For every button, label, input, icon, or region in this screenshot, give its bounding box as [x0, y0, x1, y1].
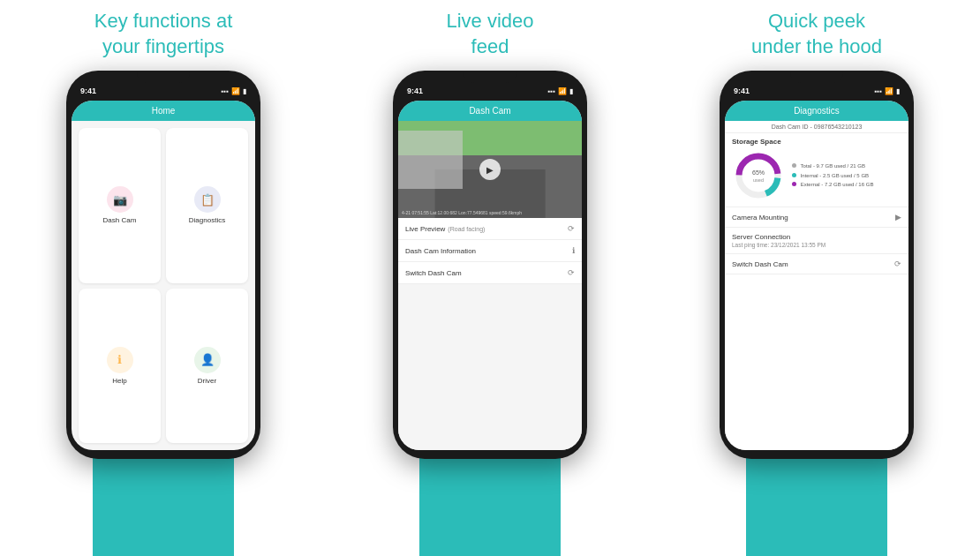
phone3-top-bar: 9:41 ▪▪▪ 📶 ▮ [725, 81, 908, 101]
legend-dot-total [792, 163, 796, 168]
phone2-header: Dash Cam [398, 101, 582, 121]
battery-icon-3: ▮ [896, 87, 900, 95]
wall [398, 131, 463, 189]
switch-dashcam-icon: ⟳ [894, 259, 901, 268]
help-icon: ℹ [117, 353, 122, 366]
server-connection-row: Server Connection Last ping time: 23/12/… [725, 228, 908, 254]
dashcam-menu: Live Preview (Road facing) ⟳ Dash Cam In… [398, 218, 582, 450]
phone1-time: 9:41 [80, 86, 96, 95]
phone3-icons: ▪▪▪ 📶 ▮ [874, 87, 900, 95]
col3-line2: under the hood [751, 35, 882, 57]
camera-mounting-row[interactable]: Camera Mounting ▶ [725, 207, 908, 228]
column-diagnostics: Quick peek under the hood 9:41 ▪▪▪ 📶 ▮ D… [653, 0, 980, 556]
menu-item-dashcam-info[interactable]: Dash Cam Information ℹ [398, 240, 582, 262]
phone2-icons: ▪▪▪ 📶 ▮ [547, 87, 573, 95]
video-preview[interactable]: ▶ 4-21 07:51:55 Lat:12.00:682 Lon:77.549… [398, 121, 582, 218]
live-preview-icon: ⟳ [568, 224, 575, 233]
legend-internal-text: Internal - 2.5 GB used / 5 GB [801, 173, 869, 178]
phone1-icons: ▪▪▪ 📶 ▮ [221, 87, 246, 95]
home-grid: 📷 Dash Cam 📋 Diagnostics ℹ [72, 121, 255, 450]
col1-line1: Key functions at [94, 10, 233, 32]
svg-text:used: used [753, 177, 764, 183]
diagnostics-icon: 📋 [200, 193, 215, 207]
phone3-time: 9:41 [734, 86, 750, 95]
dashcam-info-icon: ℹ [572, 246, 575, 255]
diag-screen: Dash Cam ID - 09876543210123 Storage Spa… [725, 121, 908, 450]
switch-dashcam-row[interactable]: Switch Dash Cam ⟳ [725, 254, 908, 274]
tile-help[interactable]: ℹ Help [79, 289, 161, 444]
wifi-icon: 📶 [231, 87, 240, 95]
wifi-icon-2: 📶 [558, 87, 567, 95]
tile-dashcam-label: Dash Cam [103, 216, 137, 224]
server-title: Server Connection [732, 233, 825, 241]
column-video: Live video feed 9:41 ▪▪▪ 📶 ▮ Dash Cam [327, 0, 653, 556]
column-functions: Key functions at your fingertips 9:41 ▪▪… [0, 0, 327, 556]
legend-external: External - 7.2 GB used / 16 GB [792, 180, 873, 190]
tile-driver[interactable]: 👤 Driver [166, 289, 248, 444]
legend-internal: Internal - 2.5 GB used / 5 GB [792, 171, 873, 181]
wifi-icon-3: 📶 [885, 87, 893, 95]
phone-3: 9:41 ▪▪▪ 📶 ▮ Diagnostics Dash Cam ID - 0… [720, 71, 914, 459]
switch-dashcam-title: Switch Dash Cam [732, 260, 788, 268]
tile-diagnostics[interactable]: 📋 Diagnostics [166, 128, 248, 283]
phone1-screen: Home 📷 Dash Cam 📋 Diagnostics [72, 101, 255, 450]
switch-icon: ⟳ [568, 268, 575, 277]
diagnostics-icon-bg: 📋 [194, 186, 221, 213]
phone-2: 9:41 ▪▪▪ 📶 ▮ Dash Cam [393, 71, 587, 459]
col3-title: Quick peek under the hood [751, 0, 882, 62]
phone2-screen: Dash Cam [398, 101, 582, 450]
dashcam-screen: ▶ 4-21 07:51:55 Lat:12.00:682 Lon:77.549… [398, 121, 582, 450]
battery-icon-2: ▮ [569, 87, 573, 95]
dashcam-icon-bg: 📷 [107, 186, 133, 213]
legend-dot-external [792, 182, 796, 186]
dashcam-info-label: Dash Cam Information [405, 247, 476, 255]
server-info: Server Connection Last ping time: 23/12/… [732, 233, 825, 248]
dashcam-id: Dash Cam ID - 09876543210123 [725, 121, 908, 133]
help-icon-bg: ℹ [107, 347, 133, 373]
phone3-notch [790, 71, 843, 83]
live-preview-label: Live Preview [405, 225, 445, 233]
signal-icon: ▪▪▪ [221, 87, 229, 95]
camera-mounting-icon: ▶ [895, 213, 901, 222]
storage-legend: Total - 9.7 GB used / 21 GB Internal - 2… [792, 162, 873, 190]
phone1-top-bar: 9:41 ▪▪▪ 📶 ▮ [72, 81, 255, 101]
driver-icon: 👤 [200, 353, 215, 366]
phone-1: 9:41 ▪▪▪ 📶 ▮ Home 📷 Dash Cam [66, 71, 260, 459]
col2-title: Live video feed [446, 0, 533, 62]
legend-total-text: Total - 9.7 GB used / 21 GB [801, 163, 865, 169]
driver-icon-bg: 👤 [194, 347, 221, 373]
video-overlay-text: 4-21 07:51:55 Lat:12.00:682 Lon:77.54968… [402, 210, 522, 215]
tile-driver-label: Driver [198, 377, 216, 385]
phone3-header: Diagnostics [725, 101, 908, 121]
storage-area: 65% used Total - 9.7 GB used / 21 GB [732, 149, 901, 202]
live-preview-sub: (Road facing) [448, 226, 485, 232]
legend-external-text: External - 7.2 GB used / 16 GB [801, 182, 874, 187]
video-play-btn[interactable]: ▶ [479, 159, 501, 180]
menu-item-live-preview[interactable]: Live Preview (Road facing) ⟳ [398, 218, 582, 240]
menu-item-live-preview-content: Live Preview (Road facing) [405, 225, 485, 233]
video-bg: ▶ 4-21 07:51:55 Lat:12.00:682 Lon:77.549… [398, 121, 582, 218]
tile-dashcam[interactable]: 📷 Dash Cam [79, 128, 161, 283]
battery-icon: ▮ [243, 87, 246, 95]
col1-title: Key functions at your fingertips [94, 0, 233, 62]
signal-icon-2: ▪▪▪ [547, 87, 555, 95]
phone1-header: Home [72, 101, 255, 121]
phone1-notch [137, 71, 190, 83]
phone2-top-bar: 9:41 ▪▪▪ 📶 ▮ [398, 81, 582, 101]
donut-label: 65% [752, 169, 765, 176]
signal-icon-3: ▪▪▪ [874, 87, 882, 95]
col2-line2: feed [471, 35, 509, 57]
donut-svg: 65% used [732, 149, 785, 202]
dashcam-icon: 📷 [113, 193, 127, 207]
storage-section: Storage Space [725, 133, 908, 207]
col2-line1: Live video [446, 10, 533, 32]
storage-title: Storage Space [732, 138, 901, 146]
tile-help-label: Help [112, 377, 126, 385]
legend-dot-internal [792, 173, 796, 177]
phone2-notch [464, 71, 516, 83]
switch-label: Switch Dash Cam [405, 269, 462, 277]
tile-diagnostics-label: Diagnostics [189, 216, 225, 224]
menu-item-switch[interactable]: Switch Dash Cam ⟳ [398, 262, 582, 284]
legend-total: Total - 9.7 GB used / 21 GB [792, 162, 873, 171]
server-sub: Last ping time: 23/12/2021 13:55 PM [732, 242, 825, 248]
